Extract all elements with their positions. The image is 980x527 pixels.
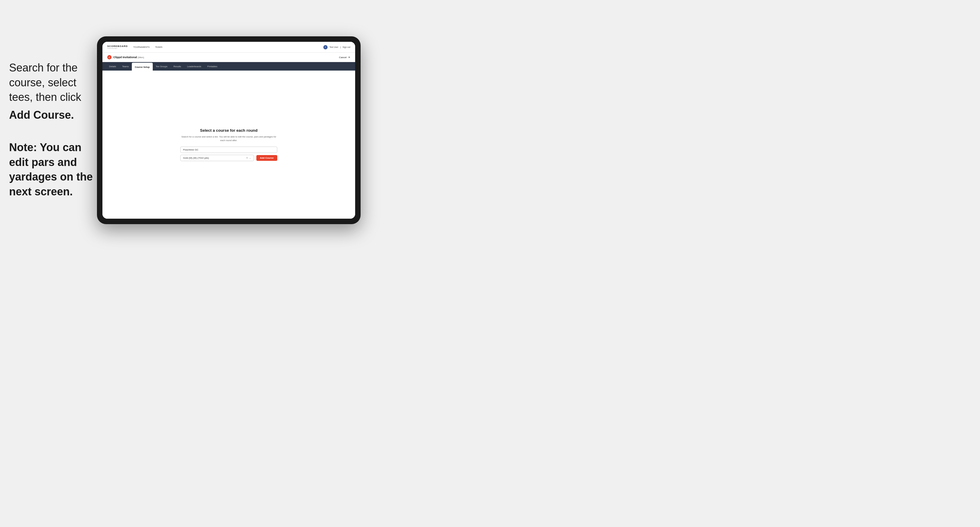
- tee-value: Gold (M) (M) (7010 yds): [183, 157, 209, 159]
- nav-right: T Test User | Sign out: [323, 45, 350, 49]
- form-title: Select a course for each round: [180, 128, 277, 133]
- tab-tee-groups[interactable]: Tee Groups: [153, 62, 170, 71]
- tab-leaderboards[interactable]: Leaderboards: [184, 62, 204, 71]
- tab-bar: Details Teams Course Setup Tee Groups Re…: [102, 62, 355, 71]
- form-description: Search for a course and select a tee. Yo…: [180, 135, 277, 142]
- user-label: Test User: [329, 46, 339, 48]
- logo-title: SCOREBOARD: [107, 45, 128, 48]
- main-content: Select a course for each round Search fo…: [102, 71, 355, 219]
- scoreboard-logo: SCOREBOARD Powered by clippd: [107, 45, 128, 49]
- tournament-header: C Clippd Invitational (Men) Cancel ✕: [102, 53, 355, 62]
- tee-select[interactable]: Gold (M) (M) (7010 yds) ✕ ⌄: [180, 155, 254, 161]
- nav-left: SCOREBOARD Powered by clippd TOURNAMENTS…: [107, 45, 162, 49]
- annotation-text: Search for the course, select tees, then…: [9, 60, 97, 202]
- tab-printables[interactable]: Printables: [204, 62, 220, 71]
- annotation-bold: Add Course.: [9, 108, 97, 123]
- course-search-input[interactable]: [180, 147, 277, 153]
- logo-subtitle: Powered by clippd: [107, 48, 128, 49]
- course-form: Select a course for each round Search fo…: [180, 128, 277, 161]
- cancel-button[interactable]: Cancel ✕: [338, 56, 350, 59]
- tee-select-controls: ✕ ⌄: [246, 157, 251, 159]
- tab-course-setup[interactable]: Course Setup: [132, 63, 153, 71]
- nav-separator: |: [340, 46, 340, 48]
- user-avatar: T: [323, 45, 328, 49]
- top-nav: SCOREBOARD Powered by clippd TOURNAMENTS…: [102, 42, 355, 53]
- tab-results[interactable]: Results: [170, 62, 184, 71]
- sign-out-link[interactable]: Sign out: [342, 46, 350, 48]
- tablet-frame: SCOREBOARD Powered by clippd TOURNAMENTS…: [97, 37, 361, 224]
- annotation-note: Note: You can edit pars and yardages on …: [9, 140, 97, 199]
- tournament-name: Clippd Invitational (Men): [113, 56, 144, 59]
- tablet-screen: SCOREBOARD Powered by clippd TOURNAMENTS…: [102, 42, 355, 219]
- annotation-line1: Search for the course, select tees, then…: [9, 60, 97, 105]
- nav-teams[interactable]: TEAMS: [155, 46, 162, 48]
- tee-select-row: Gold (M) (M) (7010 yds) ✕ ⌄ Add Course: [180, 155, 277, 161]
- tee-clear-icon[interactable]: ✕: [246, 157, 248, 159]
- nav-tournaments[interactable]: TOURNAMENTS: [133, 46, 150, 48]
- tournament-title: C Clippd Invitational (Men): [107, 55, 144, 59]
- tee-chevron-icon[interactable]: ⌄: [249, 157, 251, 159]
- tab-details[interactable]: Details: [106, 62, 119, 71]
- tournament-icon: C: [107, 55, 111, 59]
- add-course-button[interactable]: Add Course: [256, 155, 277, 161]
- tab-teams[interactable]: Teams: [119, 62, 132, 71]
